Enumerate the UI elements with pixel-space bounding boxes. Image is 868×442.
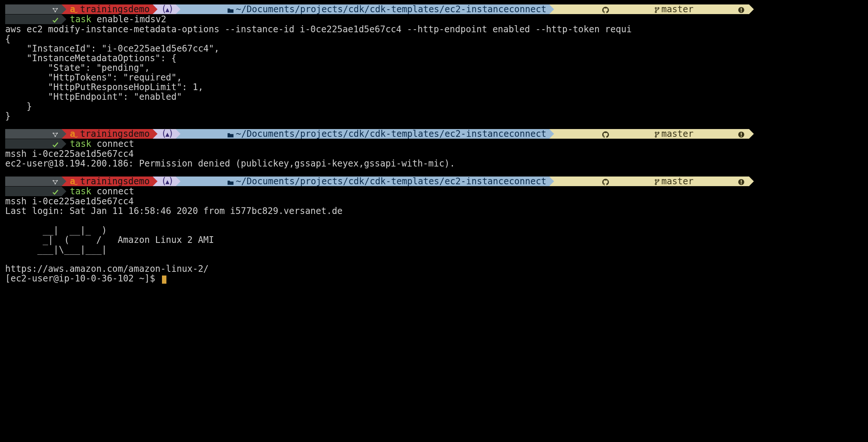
svg-point-4 bbox=[655, 11, 657, 13]
svg-point-13 bbox=[655, 136, 657, 138]
powerline-prompt: a trainingsdemo (▲) ~/Documents/projects… bbox=[5, 177, 868, 186]
aws-profile-segment: a trainingsdemo bbox=[66, 177, 153, 186]
aws-profile-text: trainingsdemo bbox=[80, 4, 150, 14]
aws-profile-segment: a trainingsdemo bbox=[66, 129, 153, 139]
github-icon bbox=[559, 119, 609, 148]
check-icon bbox=[9, 177, 59, 206]
check-icon bbox=[9, 5, 59, 34]
svg-point-22 bbox=[655, 184, 657, 185]
git-branch-icon bbox=[612, 167, 660, 196]
command-output: aws ec2 modify-instance-metadata-options… bbox=[5, 24, 868, 121]
git-segment: master bbox=[554, 129, 749, 139]
git-segment: master bbox=[554, 177, 749, 186]
path-text: ~/Documents/projects/cdk/cdk-templates/e… bbox=[236, 129, 546, 139]
folder-icon bbox=[184, 119, 235, 148]
aws-profile-text: trainingsdemo bbox=[80, 177, 150, 186]
check-icon bbox=[9, 129, 59, 158]
warning-icon bbox=[695, 119, 745, 148]
status-segment bbox=[5, 187, 62, 196]
path-text: ~/Documents/projects/cdk/cdk-templates/e… bbox=[236, 177, 546, 186]
command-text: task connect bbox=[66, 139, 134, 149]
powerline-prompt: a trainingsdemo (▲) ~/Documents/projects… bbox=[5, 129, 868, 139]
git-branch-text: master bbox=[661, 4, 693, 14]
svg-point-12 bbox=[655, 132, 657, 133]
folder-icon bbox=[184, 167, 235, 196]
env-segment: (▲) bbox=[158, 177, 176, 186]
folder-icon bbox=[184, 0, 235, 24]
git-branch-icon bbox=[612, 0, 660, 24]
aws-profile-text: trainingsdemo bbox=[80, 129, 150, 139]
git-segment: master bbox=[554, 4, 749, 14]
status-segment bbox=[5, 14, 62, 24]
svg-point-23 bbox=[658, 179, 659, 181]
aws-smile-icon bbox=[74, 181, 78, 185]
path-segment: ~/Documents/projects/cdk/cdk-templates/e… bbox=[180, 129, 550, 139]
terminal-block-3: a trainingsdemo (▲) ~/Documents/projects… bbox=[5, 177, 868, 284]
path-segment: ~/Documents/projects/cdk/cdk-templates/e… bbox=[180, 177, 550, 186]
powerline-prompt: a trainingsdemo (▲) ~/Documents/projects… bbox=[5, 4, 868, 14]
env-segment: (▲) bbox=[158, 129, 176, 139]
hexagon-icon: (▲) bbox=[161, 129, 173, 139]
status-segment bbox=[5, 139, 62, 149]
svg-rect-7 bbox=[741, 8, 742, 11]
svg-rect-8 bbox=[741, 11, 742, 12]
terminal-block-2: a trainingsdemo (▲) ~/Documents/projects… bbox=[5, 129, 868, 168]
svg-rect-17 bbox=[741, 136, 742, 137]
svg-point-3 bbox=[655, 7, 657, 9]
svg-point-14 bbox=[658, 132, 659, 133]
path-segment: ~/Documents/projects/cdk/cdk-templates/e… bbox=[180, 4, 550, 14]
github-icon bbox=[559, 0, 609, 24]
env-segment: (▲) bbox=[158, 4, 176, 14]
output-text: mssh i-0ce225ae1d5e67cc4 Last login: Sat… bbox=[5, 196, 342, 284]
command-text: task connect bbox=[66, 187, 134, 196]
git-branch-text: master bbox=[661, 129, 693, 139]
aws-smile-icon bbox=[74, 9, 78, 13]
warning-icon bbox=[695, 167, 745, 196]
svg-rect-26 bbox=[741, 183, 742, 184]
svg-point-5 bbox=[658, 7, 659, 9]
aws-smile-icon bbox=[74, 133, 78, 138]
svg-point-21 bbox=[655, 179, 657, 181]
hexagon-icon: (▲) bbox=[161, 176, 173, 187]
warning-icon bbox=[695, 0, 745, 24]
terminal-cursor bbox=[162, 276, 166, 284]
path-text: ~/Documents/projects/cdk/cdk-templates/e… bbox=[236, 4, 546, 14]
command-text: task enable-imdsv2 bbox=[66, 14, 166, 24]
github-icon bbox=[559, 167, 609, 196]
command-output[interactable]: mssh i-0ce225ae1d5e67cc4 Last login: Sat… bbox=[5, 197, 868, 284]
command-output: mssh i-0ce225ae1d5e67cc4 ec2-user@18.194… bbox=[5, 149, 868, 168]
svg-rect-16 bbox=[741, 133, 742, 135]
terminal-block-1: a trainingsdemo (▲) ~/Documents/projects… bbox=[5, 4, 868, 121]
git-branch-text: master bbox=[661, 177, 693, 186]
svg-rect-25 bbox=[741, 180, 742, 183]
aws-profile-segment: a trainingsdemo bbox=[66, 4, 153, 14]
git-branch-icon bbox=[612, 119, 660, 148]
hexagon-icon: (▲) bbox=[161, 4, 173, 14]
